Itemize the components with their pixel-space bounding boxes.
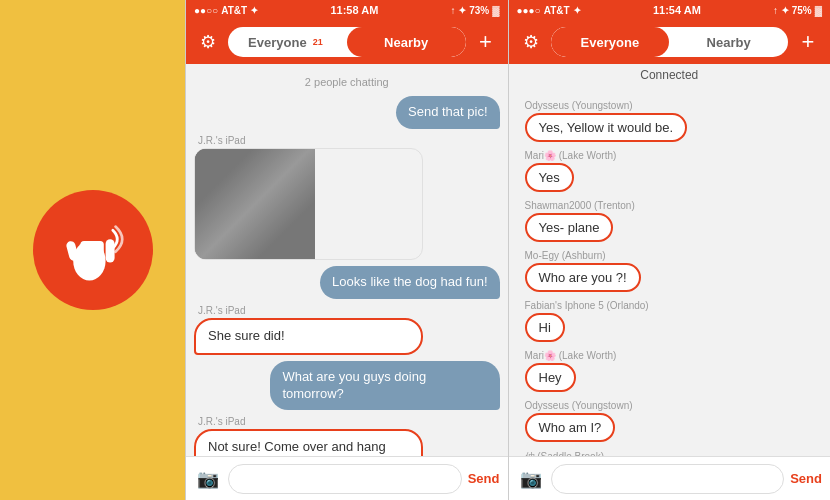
conversation-bubble: Yes- plane: [525, 213, 614, 242]
conversation-sender: Odysseus (Youngstown): [525, 100, 815, 111]
camera-icon[interactable]: 📷: [194, 465, 222, 493]
sender-name: J.R.'s iPad: [194, 135, 500, 146]
phone-2: ●●●○ AT&T ✦ 11:54 AM ↑ ✦ 75% ▓ ⚙ Everyon…: [508, 0, 831, 500]
svg-point-8: [240, 214, 270, 234]
phone2-time: 11:54 AM: [653, 4, 701, 16]
conversation-sender: Shawman2000 (Trenton): [525, 200, 815, 211]
svg-point-9: [261, 214, 275, 224]
connected-header: Connected: [509, 64, 831, 88]
phone1-gear-icon[interactable]: ⚙: [194, 28, 222, 56]
message-row: What are you guys doing tomorrow?: [194, 361, 500, 411]
conversation-bubble: Who are you ?!: [525, 263, 641, 292]
svg-point-7: [231, 155, 267, 187]
phone2-chat-area: Odysseus (Youngstown) Yes, Yellow it wou…: [509, 88, 831, 456]
svg-rect-3: [80, 241, 103, 264]
message-row: Send that pic!: [194, 96, 500, 129]
message-bubble: Looks like the dog had fun!: [320, 266, 499, 299]
svg-rect-6: [245, 169, 253, 229]
phone1-status-bar: ●●○○ ●●○○ AT&T ✦ AT&T ✦ 11:58 AM ↑ ✦ 73%…: [186, 0, 508, 20]
phone1-everyone-tab[interactable]: Everyone 21: [228, 27, 347, 57]
conversation-item[interactable]: Mari🌸 (Lake Worth) Hey: [517, 346, 823, 396]
phone1-badge: 21: [309, 36, 327, 48]
conversation-sender: Odysseus (Youngstown): [525, 400, 815, 411]
conversation-sender: Mari🌸 (Lake Worth): [525, 350, 815, 361]
conversation-item[interactable]: Mari🌸 (Lake Worth) Yes: [517, 146, 823, 196]
message-row: Looks like the dog had fun!: [194, 266, 500, 299]
photo-placeholder: [195, 149, 315, 259]
phone1-input-bar: 📷 Send: [186, 456, 508, 500]
phone2-signal: ●●●○ AT&T ✦: [517, 5, 581, 16]
phone1-time: 11:58 AM: [330, 4, 378, 16]
conversation-sender: Fabian's Iphone 5 (Orlando): [525, 300, 815, 311]
photo-bubble: [194, 148, 423, 260]
sender-name: J.R.'s iPad: [194, 305, 500, 316]
phone2-gear-icon[interactable]: ⚙: [517, 28, 545, 56]
phones-container: ●●○○ ●●○○ AT&T ✦ AT&T ✦ 11:58 AM ↑ ✦ 73%…: [185, 0, 830, 500]
phone1-nearby-tab[interactable]: Nearby: [347, 27, 466, 57]
conversation-item[interactable]: 仲 (Saddle Brook) hi: [517, 446, 823, 456]
phone1-nav-bar: ⚙ Everyone 21 Nearby +: [186, 20, 508, 64]
phone2-toggle[interactable]: Everyone Nearby: [551, 27, 789, 57]
phone1-plus-icon[interactable]: +: [472, 28, 500, 56]
message-bubble: What are you guys doing tomorrow?: [270, 361, 499, 411]
phone2-input-bar: 📷 Send: [509, 456, 831, 500]
phone2-everyone-tab[interactable]: Everyone: [551, 27, 670, 57]
phone-1: ●●○○ ●●○○ AT&T ✦ AT&T ✦ 11:58 AM ↑ ✦ 73%…: [185, 0, 508, 500]
message-bubble: Send that pic!: [396, 96, 500, 129]
phone2-status-bar: ●●●○ AT&T ✦ 11:54 AM ↑ ✦ 75% ▓: [509, 0, 831, 20]
conversation-bubble: Who am I?: [525, 413, 616, 442]
conversation-sender: Mo-Egy (Ashburn): [525, 250, 815, 261]
message-bubble: Not sure! Come over and hang out?: [194, 429, 423, 456]
send-button[interactable]: Send: [468, 471, 500, 486]
conversation-bubble: Hi: [525, 313, 565, 342]
camera-icon[interactable]: 📷: [517, 465, 545, 493]
phone1-signal: ●●○○ ●●○○ AT&T ✦ AT&T ✦: [194, 5, 258, 16]
message-row: J.R.'s iPad: [194, 135, 500, 260]
message-input[interactable]: [551, 464, 785, 494]
conversation-bubble: Yes: [525, 163, 574, 192]
svg-rect-5: [195, 149, 315, 259]
message-bubble: She sure did!: [194, 318, 423, 355]
phone1-toggle[interactable]: Everyone 21 Nearby: [228, 27, 466, 57]
conversation-item[interactable]: Shawman2000 (Trenton) Yes- plane: [517, 196, 823, 246]
phone2-battery: ↑ ✦ 75% ▓: [773, 5, 822, 16]
send-button[interactable]: Send: [790, 471, 822, 486]
logo-panel: [0, 0, 185, 500]
conversation-bubble: Hey: [525, 363, 576, 392]
sender-name: J.R.'s iPad: [194, 416, 500, 427]
conversation-sender: Mari🌸 (Lake Worth): [525, 150, 815, 161]
conversation-item[interactable]: Odysseus (Youngstown) Yes, Yellow it wou…: [517, 96, 823, 146]
phone1-chat-area: 2 people chatting Send that pic! J.R.'s …: [186, 64, 508, 456]
phone1-chat-status: 2 people chatting: [194, 72, 500, 96]
conversation-item[interactable]: Fabian's Iphone 5 (Orlando) Hi: [517, 296, 823, 346]
message-row: J.R.'s iPad Not sure! Come over and hang…: [194, 416, 500, 456]
svg-rect-1: [105, 239, 114, 262]
conversation-bubble: Yes, Yellow it would be.: [525, 113, 688, 142]
conversation-item[interactable]: Odysseus (Youngstown) Who am I?: [517, 396, 823, 446]
phone1-battery: ↑ ✦ 73% ▓: [451, 5, 500, 16]
phone2-nearby-tab[interactable]: Nearby: [669, 27, 788, 57]
app-logo: [33, 190, 153, 310]
message-row: J.R.'s iPad She sure did!: [194, 305, 500, 355]
phone2-plus-icon[interactable]: +: [794, 28, 822, 56]
message-input[interactable]: [228, 464, 462, 494]
conversation-item[interactable]: Mo-Egy (Ashburn) Who are you ?!: [517, 246, 823, 296]
phone2-nav-bar: ⚙ Everyone Nearby +: [509, 20, 831, 64]
svg-rect-4: [195, 149, 315, 259]
